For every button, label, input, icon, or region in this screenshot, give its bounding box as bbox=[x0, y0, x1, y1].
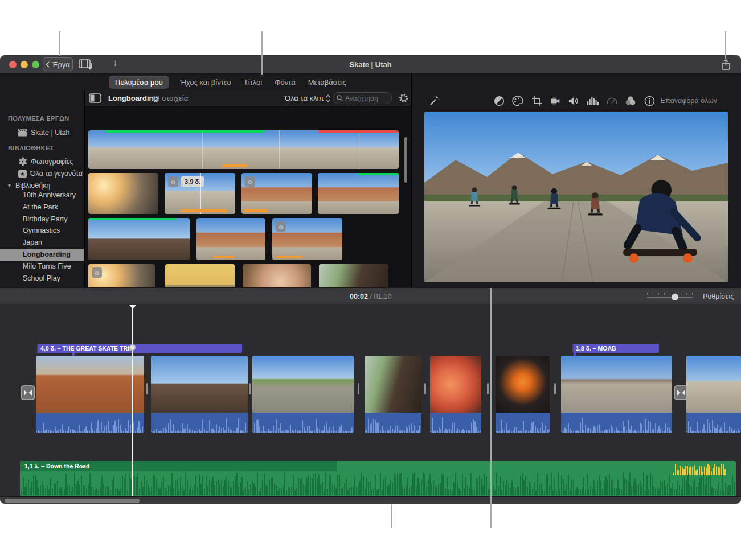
event-item[interactable]: Gymnastics bbox=[0, 225, 84, 237]
tab-audio-video[interactable]: Ήχος και βίντεο bbox=[179, 76, 232, 89]
color-correction-palette-icon[interactable] bbox=[512, 95, 523, 106]
disclosure-triangle-icon[interactable]: ▼ bbox=[7, 183, 12, 188]
timeline-clip[interactable] bbox=[151, 356, 248, 433]
title-clip[interactable]: 4,0 δ. – THE GREAT SKATE TRIP bbox=[37, 344, 242, 353]
favorite-range bbox=[358, 173, 399, 175]
used-range-bar bbox=[222, 164, 248, 167]
clip-filter-icon[interactable] bbox=[625, 95, 636, 106]
all-events-label: Όλα τα γεγονότα bbox=[30, 170, 83, 178]
browser-scrollbar[interactable] bbox=[404, 137, 407, 183]
clip-filter-dropdown[interactable]: Όλα τα κλιπ bbox=[285, 94, 324, 102]
media-browser-icon[interactable] bbox=[79, 59, 93, 70]
clip-boundary[interactable] bbox=[424, 383, 426, 394]
screenshot-stage: Skate | Utah Έργα ↓ Πολυμέσα μου Ήχος κα… bbox=[0, 0, 741, 560]
share-icon[interactable] bbox=[721, 59, 731, 71]
tab-transitions[interactable]: Μεταβάσεις bbox=[307, 76, 347, 89]
search-field[interactable] bbox=[333, 92, 392, 104]
color-balance-icon[interactable] bbox=[493, 95, 505, 106]
sidebar-toggle-icon[interactable] bbox=[89, 93, 101, 103]
skimmer-line bbox=[200, 173, 201, 214]
adjustment-sun-badge: ☼ bbox=[245, 176, 255, 187]
timeline-clip[interactable] bbox=[36, 356, 144, 433]
event-item[interactable]: Milo Turns Five bbox=[0, 261, 84, 273]
clapperboard-icon bbox=[18, 129, 27, 137]
dropdown-chevrons-icon[interactable] bbox=[326, 94, 330, 102]
browser-clip[interactable] bbox=[318, 173, 399, 214]
browser-settings-gear-icon[interactable] bbox=[398, 93, 409, 104]
browser-clip[interactable] bbox=[196, 218, 265, 260]
clip-boundary[interactable] bbox=[358, 383, 359, 394]
tab-titles[interactable]: Τίτλοι bbox=[243, 76, 263, 89]
sidebar-item-project[interactable]: Skate | Utah bbox=[0, 127, 84, 138]
audio-peak-overlay bbox=[673, 463, 726, 475]
browser-clip[interactable]: ☼ 3,9 δ. bbox=[165, 173, 235, 214]
audio-clip-label: 1,1 λ. – Down the Road bbox=[20, 461, 337, 471]
import-download-icon[interactable]: ↓ bbox=[113, 57, 118, 69]
current-time: 00:02 bbox=[350, 293, 368, 300]
timeline-settings-button[interactable]: Ρυθμίσεις bbox=[703, 288, 734, 305]
callout-line-tabs bbox=[261, 31, 263, 75]
chevron-left-icon bbox=[46, 61, 50, 68]
library-label: Βιβλιοθήκη bbox=[15, 182, 50, 190]
timeline-clip[interactable] bbox=[561, 356, 672, 433]
sidebar-item-all-events[interactable]: ★ Όλα τα γεγονότα bbox=[0, 168, 84, 179]
callout-line-projects-button bbox=[59, 31, 60, 56]
adjustment-sun-badge: ☼ bbox=[92, 267, 102, 278]
browser-clip[interactable] bbox=[88, 173, 158, 214]
preview-image bbox=[424, 112, 728, 282]
clip-boundary[interactable] bbox=[146, 383, 148, 394]
info-icon[interactable] bbox=[644, 95, 655, 106]
magic-wand-icon[interactable] bbox=[428, 95, 440, 106]
browser-clip[interactable]: ☼ bbox=[272, 218, 342, 260]
playhead-handle[interactable] bbox=[129, 305, 136, 309]
playhead-knob[interactable] bbox=[129, 344, 136, 351]
clip-boundary[interactable] bbox=[554, 383, 556, 394]
playhead[interactable] bbox=[132, 308, 133, 496]
stabilization-icon[interactable] bbox=[550, 95, 561, 106]
event-item[interactable]: School Play bbox=[0, 273, 84, 285]
timeline-clip[interactable] bbox=[252, 356, 354, 433]
tab-backgrounds[interactable]: Φόντα bbox=[273, 76, 297, 89]
clip-boundary[interactable] bbox=[249, 383, 251, 394]
crop-icon[interactable] bbox=[531, 95, 542, 106]
window-title: Skate | Utah bbox=[0, 55, 741, 74]
clip-boundary[interactable] bbox=[487, 383, 489, 394]
used-range-bar bbox=[244, 209, 268, 212]
timeline-zoom-slider[interactable] bbox=[647, 293, 693, 300]
favorite-range bbox=[88, 218, 177, 220]
search-input[interactable] bbox=[345, 94, 386, 102]
noise-reduction-eq-icon[interactable] bbox=[587, 95, 599, 106]
browser-header: Longboarding 43 στοιχεία Όλα τα κλιπ bbox=[84, 90, 411, 107]
transition-icon[interactable] bbox=[21, 385, 35, 400]
event-item[interactable]: At the Park bbox=[0, 201, 84, 213]
adjustment-sun-badge: ☼ bbox=[168, 176, 178, 187]
browser-viewer-divider[interactable] bbox=[411, 74, 412, 287]
timeline-clip[interactable] bbox=[430, 356, 481, 433]
time-separator: / bbox=[368, 293, 374, 300]
event-item-selected[interactable]: Longboarding bbox=[0, 249, 84, 261]
projects-back-button[interactable]: Έργα bbox=[43, 57, 73, 71]
timeline-clip[interactable] bbox=[496, 356, 550, 433]
event-item[interactable]: 10th Anniversary bbox=[0, 190, 84, 201]
title-clip[interactable]: 1,8 δ. – MOAB bbox=[572, 344, 659, 353]
imovie-window: Skate | Utah Έργα ↓ Πολυμέσα μου Ήχος κα… bbox=[0, 55, 741, 504]
event-item[interactable]: Japan bbox=[0, 237, 84, 249]
projects-heading: ΠΟΛΥΜΕΣΑ ΕΡΓΩΝ bbox=[8, 115, 69, 122]
timeline-clip[interactable] bbox=[365, 356, 421, 433]
callout-line-timeline-divider bbox=[490, 288, 492, 528]
timeline-clip[interactable] bbox=[686, 356, 741, 433]
zoom-slider-thumb[interactable] bbox=[672, 294, 678, 300]
audio-clip[interactable]: 1,1 λ. – Down the Road bbox=[20, 461, 736, 496]
volume-icon[interactable] bbox=[568, 95, 580, 106]
speed-icon[interactable] bbox=[606, 95, 617, 106]
event-item[interactable]: Birthday Party bbox=[0, 213, 84, 225]
sidebar-item-photos[interactable]: Φωτογραφίες bbox=[0, 156, 84, 167]
timeline-horizontal-scrollbar[interactable] bbox=[5, 499, 140, 503]
tab-my-media[interactable]: Πολυμέσα μου bbox=[109, 76, 169, 89]
browser-clip[interactable] bbox=[88, 218, 190, 260]
photos-label: Φωτογραφίες bbox=[31, 158, 73, 166]
viewer-preview[interactable] bbox=[424, 112, 728, 282]
browser-clip[interactable]: ☼ bbox=[241, 173, 312, 214]
browser-clip[interactable] bbox=[88, 130, 399, 169]
reset-all-label[interactable]: Επαναφορά όλων bbox=[661, 97, 717, 105]
